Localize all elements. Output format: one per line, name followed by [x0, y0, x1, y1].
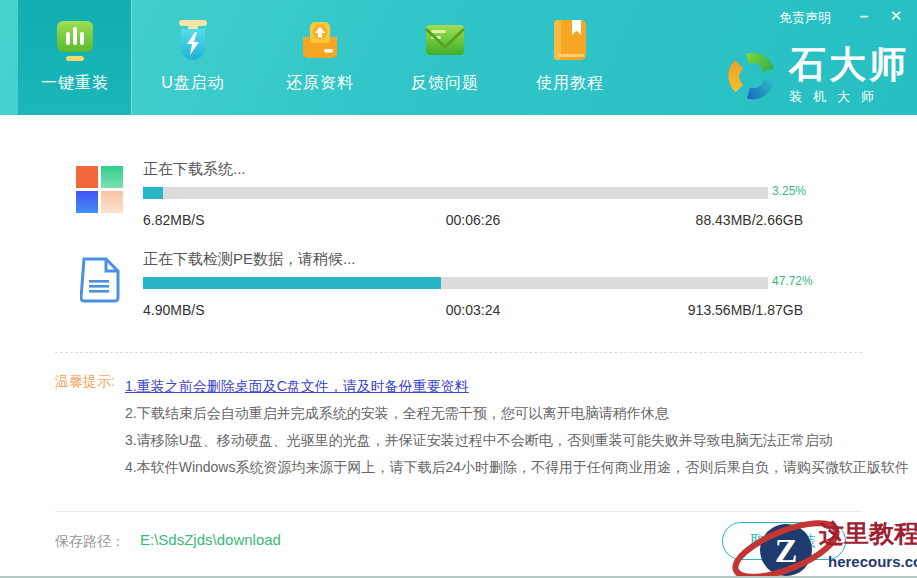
download-time-remaining: 00:06:26 [363, 212, 583, 228]
header-bar: 一键重装 U盘启动 还原资料 [0, 0, 917, 115]
tab-usb-boot[interactable]: U盘启动 [136, 0, 250, 115]
tab-label: U盘启动 [161, 73, 225, 94]
brand-name: 石大师 [789, 46, 909, 84]
tips-label: 温馨提示: [55, 373, 115, 391]
usb-drive-icon [169, 16, 217, 64]
save-path-value: E:\SdsZjds\download [140, 531, 281, 548]
dashed-divider [55, 352, 862, 353]
download-size: 88.43MB/2.66GB [583, 212, 803, 228]
download-speed: 4.90MB/S [143, 302, 363, 318]
brand-logo-icon [725, 49, 779, 103]
book-tutorial-icon [546, 16, 594, 64]
tips-list: 1.重装之前会删除桌面及C盘文件，请及时备份重要资料 2.下载结束后会自动重启并… [125, 373, 905, 481]
tab-label: 一键重装 [41, 73, 109, 94]
download-speed: 6.82MB/S [143, 212, 363, 228]
progress-fill [143, 187, 163, 199]
tip-item: 1.重装之前会删除桌面及C盘文件，请及时备份重要资料 [125, 373, 905, 400]
close-button[interactable]: ✕ [883, 4, 909, 28]
tab-label: 反馈问题 [411, 73, 479, 94]
restore-upload-icon [296, 16, 344, 64]
document-icon [80, 256, 122, 304]
tab-feedback[interactable]: 反馈问题 [388, 0, 502, 115]
tab-restore-data[interactable]: 还原资料 [263, 0, 377, 115]
download-stats: 6.82MB/S 00:06:26 88.43MB/2.66GB [143, 212, 803, 228]
app-window: 一键重装 U盘启动 还原资料 [0, 0, 917, 578]
progress-percent: 3.25% [772, 184, 806, 198]
tab-one-key-reinstall[interactable]: 一键重装 [18, 0, 132, 115]
monitor-bars-icon [51, 16, 99, 64]
download-time-remaining: 00:03:24 [363, 302, 583, 318]
minimize-button[interactable]: – [851, 4, 877, 28]
brand-logo: 石大师 装机大师 [725, 46, 909, 106]
progress-fill [143, 277, 441, 289]
save-path-label: 保存路径： [55, 533, 125, 551]
download-title: 正在下载系统... [143, 160, 246, 179]
tab-label: 使用教程 [536, 73, 604, 94]
download-stats: 4.90MB/S 00:03:24 913.56MB/1.87GB [143, 302, 803, 318]
tip-item: 2.下载结束后会自动重启并完成系统的安装，全程无需干预，您可以离开电脑请稍作休息 [125, 400, 905, 427]
tab-label: 还原资料 [286, 73, 354, 94]
download-section-pe: 正在下载检测PE数据，请稍候... 47.72% 4.90MB/S 00:03:… [0, 248, 917, 338]
mail-feedback-icon [421, 16, 469, 64]
cancel-install-button[interactable]: 取消安装 [722, 522, 846, 560]
brand-subtitle: 装机大师 [789, 88, 909, 106]
svg-text:herecours.com: herecours.com [828, 553, 917, 570]
download-size: 913.56MB/1.87GB [583, 302, 803, 318]
progress-bar-pe [143, 277, 768, 289]
disclaimer-link[interactable]: 免责声明 [779, 9, 831, 27]
download-section-system: 正在下载系统... 3.25% 6.82MB/S 00:06:26 88.43M… [0, 158, 917, 248]
tab-tutorial[interactable]: 使用教程 [513, 0, 627, 115]
tip-item: 3.请移除U盘、移动硬盘、光驱里的光盘，并保证安装过程中不会断电，否则重装可能失… [125, 427, 905, 454]
download-title: 正在下载检测PE数据，请稍候... [143, 250, 356, 269]
windows-logo-icon [76, 166, 124, 214]
tip-item: 4.本软件Windows系统资源均来源于网上，请下载后24小时删除，不得用于任何… [125, 454, 905, 481]
progress-bar-system [143, 187, 768, 199]
footer-divider [55, 511, 862, 512]
progress-percent: 47.72% [772, 274, 813, 288]
